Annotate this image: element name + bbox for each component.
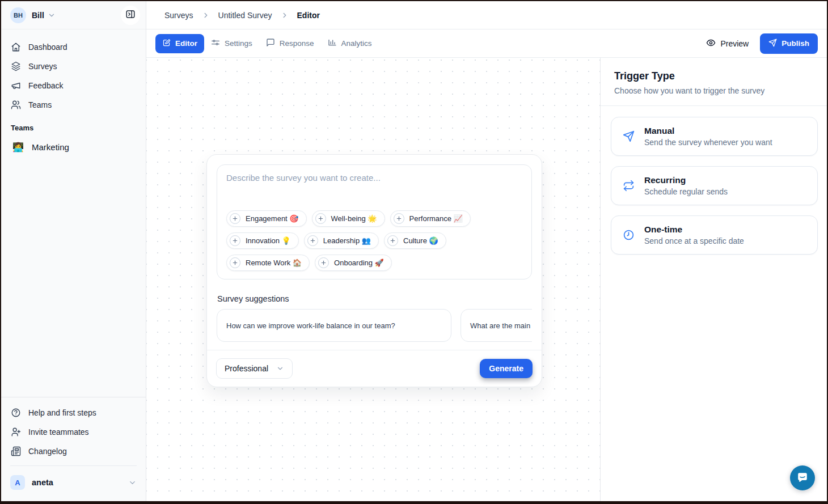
- sidebar-item-label: Invite teammates: [28, 427, 89, 437]
- tab-analytics[interactable]: Analytics: [321, 33, 379, 53]
- help-circle-icon: [11, 408, 21, 418]
- bar-chart-icon: [328, 38, 337, 49]
- user-menu[interactable]: A aneta: [1, 471, 146, 497]
- chevron-down-icon: [276, 365, 284, 372]
- sidebar-item-label: Surveys: [28, 62, 57, 71]
- sidebar-collapse-button[interactable]: [121, 6, 140, 25]
- panel-collapse-icon: [125, 9, 136, 21]
- sidebar-item-label: Changelog: [28, 447, 67, 456]
- trigger-panel-header: Trigger Type Choose how you want to trig…: [601, 58, 827, 106]
- ai-survey-composer-card: Engagement 🎯 Well-being 🌟: [206, 154, 542, 387]
- sidebar-item-dashboard[interactable]: Dashboard: [1, 37, 146, 57]
- chip-well-being[interactable]: Well-being 🌟: [312, 210, 385, 227]
- trigger-option-title: One-time: [644, 225, 744, 235]
- composer-top: Engagement 🎯 Well-being 🌟: [207, 155, 542, 342]
- pencil-square-icon: [162, 39, 171, 49]
- sidebar-spacer: [1, 157, 146, 397]
- sidebar-item-marketing[interactable]: 👩‍💻 Marketing: [1, 137, 146, 157]
- tab-response[interactable]: Response: [259, 33, 321, 53]
- plus-icon: [315, 213, 326, 224]
- chip-leadership[interactable]: Leadership 👥: [304, 232, 379, 249]
- home-icon: [11, 42, 21, 52]
- sidebar-item-changelog[interactable]: Changelog: [1, 442, 146, 461]
- preview-button[interactable]: Preview: [706, 38, 749, 49]
- sidebar-item-label: Dashboard: [28, 43, 67, 52]
- composer-footer: Professional Generate: [207, 350, 542, 387]
- trigger-type-panel: Trigger Type Choose how you want to trig…: [600, 58, 827, 501]
- tab-label: Editor: [175, 39, 197, 48]
- suggestion-card[interactable]: How can we improve work-life balance in …: [217, 309, 451, 342]
- chevron-down-icon: [128, 478, 137, 487]
- suggestions-label: Survey suggestions: [217, 294, 531, 303]
- sidebar-item-surveys[interactable]: Surveys: [1, 57, 146, 76]
- trigger-option-title: Manual: [644, 126, 772, 136]
- tone-select[interactable]: Professional: [216, 358, 293, 379]
- editor-content: Engagement 🎯 Well-being 🌟: [146, 58, 827, 501]
- chip-performance[interactable]: Performance 📈: [390, 210, 471, 227]
- app-window: BH Bill Dashboard Surv: [0, 0, 828, 504]
- topic-chips: Engagement 🎯 Well-being 🌟: [226, 210, 522, 271]
- trigger-options: Manual Send the survey whenever you want…: [601, 106, 827, 265]
- chevron-right-icon: [202, 11, 210, 19]
- chip-label: Performance 📈: [409, 214, 463, 223]
- eye-icon: [706, 38, 716, 49]
- suggestion-card[interactable]: What are the main ob: [461, 309, 532, 342]
- editor-toolbar: Editor Settings Response Analytics: [146, 29, 827, 58]
- tab-settings[interactable]: Settings: [204, 33, 259, 53]
- chevron-down-icon: [48, 11, 56, 19]
- sidebar-item-teams[interactable]: Teams: [1, 95, 146, 115]
- panel-subtitle: Choose how you want to trigger the surve…: [614, 86, 813, 95]
- team-emoji-icon: 👩‍💻: [12, 142, 24, 153]
- chip-remote-work[interactable]: Remote Work 🏠: [226, 255, 310, 271]
- survey-prompt-input[interactable]: [226, 173, 522, 210]
- breadcrumb-surveys[interactable]: Surveys: [164, 11, 193, 20]
- send-icon: [768, 39, 777, 49]
- newspaper-icon: [11, 446, 21, 456]
- chip-engagement[interactable]: Engagement 🎯: [226, 210, 307, 227]
- plus-icon: [394, 213, 404, 224]
- plus-icon: [387, 235, 398, 246]
- breadcrumb: Surveys Untitled Survey Editor: [146, 1, 827, 29]
- publish-button[interactable]: Publish: [760, 33, 818, 54]
- trigger-option-title: Recurring: [644, 175, 728, 185]
- chip-culture[interactable]: Culture 🌍: [384, 232, 446, 249]
- prompt-box: Engagement 🎯 Well-being 🌟: [217, 164, 532, 279]
- sidebar-divider: [10, 465, 137, 466]
- user-plus-icon: [11, 427, 21, 437]
- tone-selected-value: Professional: [225, 364, 268, 373]
- users-icon: [11, 100, 21, 110]
- chip-label: Engagement 🎯: [246, 214, 299, 223]
- preview-label: Preview: [720, 39, 749, 48]
- sidebar-item-invite[interactable]: Invite teammates: [1, 422, 146, 442]
- tab-editor[interactable]: Editor: [155, 34, 204, 53]
- sidebar-item-label: Help and first steps: [28, 408, 96, 417]
- tab-label: Settings: [225, 39, 252, 48]
- chip-innovation[interactable]: Innovation 💡: [226, 232, 299, 249]
- workspace-avatar: BH: [10, 7, 26, 23]
- main-area: Surveys Untitled Survey Editor Editor: [146, 1, 827, 501]
- breadcrumb-untitled-survey[interactable]: Untitled Survey: [218, 11, 272, 20]
- plus-icon: [230, 235, 240, 246]
- chat-launcher-button[interactable]: [790, 465, 815, 490]
- sidebar-item-help[interactable]: Help and first steps: [1, 403, 146, 422]
- trigger-option-recurring[interactable]: Recurring Schedule regular sends: [611, 166, 818, 205]
- editor-canvas[interactable]: Engagement 🎯 Well-being 🌟: [146, 58, 600, 501]
- sidebar-item-label: Teams: [28, 100, 52, 109]
- message-square-icon: [266, 38, 275, 49]
- chip-onboarding[interactable]: Onboarding 🚀: [315, 255, 392, 271]
- tab-label: Response: [280, 39, 314, 48]
- trigger-option-manual[interactable]: Manual Send the survey whenever you want: [611, 117, 818, 156]
- user-name: aneta: [32, 478, 53, 487]
- chat-bubble-icon: [796, 471, 809, 485]
- plus-icon: [318, 257, 329, 268]
- chip-label: Onboarding 🚀: [334, 259, 384, 267]
- panel-title: Trigger Type: [614, 70, 813, 82]
- trigger-option-one-time[interactable]: One-time Send once at a specific date: [611, 215, 818, 255]
- trigger-option-description: Send once at a specific date: [644, 236, 744, 245]
- plus-icon: [307, 235, 318, 246]
- chip-label: Culture 🌍: [403, 236, 438, 245]
- workspace-switcher[interactable]: BH Bill: [1, 1, 146, 29]
- sidebar-item-feedback[interactable]: Feedback: [1, 76, 146, 95]
- generate-button[interactable]: Generate: [480, 359, 533, 378]
- sidebar: BH Bill Dashboard Surv: [1, 1, 146, 501]
